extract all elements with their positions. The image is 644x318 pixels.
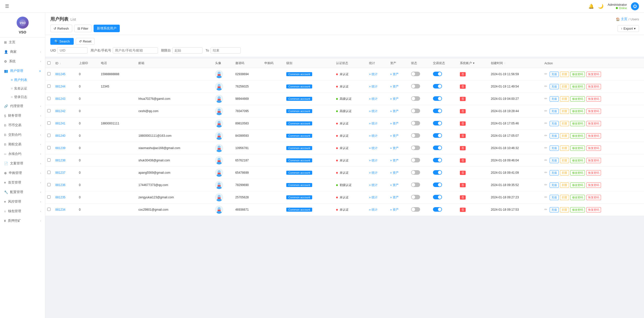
refresh-button[interactable]: ↺ Refresh <box>50 25 72 32</box>
trade-toggle-7[interactable] <box>433 158 442 162</box>
power-button[interactable]: ⏻ <box>631 2 639 10</box>
cell-stats[interactable]: » 统计 <box>367 142 388 154</box>
th-system-account[interactable]: 系统账户 ▾ <box>458 59 489 68</box>
cell-stats[interactable]: » 统计 <box>367 105 388 117</box>
edit-icon-9[interactable]: ✏ <box>544 183 547 187</box>
restore-pw-btn-11[interactable]: 恢复密码 <box>586 207 601 212</box>
charge-btn-2[interactable]: 充值 <box>550 96 559 102</box>
cell-assets[interactable]: » 资产 <box>388 117 409 130</box>
state-toggle-4[interactable] <box>411 121 420 125</box>
silence-btn-5[interactable]: 归置 <box>560 133 569 139</box>
cell-stats[interactable]: » 统计 <box>367 68 388 80</box>
state-toggle-7[interactable] <box>411 158 420 162</box>
charge-btn-11[interactable]: 充值 <box>550 207 559 212</box>
silence-btn-4[interactable]: 归置 <box>560 121 569 126</box>
change-pw-btn-3[interactable]: 修改密码 <box>570 109 585 114</box>
row-checkbox-9[interactable] <box>47 183 51 186</box>
silence-btn-11[interactable]: 归置 <box>560 207 569 212</box>
cell-stats[interactable]: » 统计 <box>367 80 388 93</box>
sidebar-item-homepage[interactable]: ≡ 首页管理 › <box>0 178 45 187</box>
sidebar-item-futures[interactable]: B 期权交易 › <box>0 140 45 149</box>
state-toggle-5[interactable] <box>411 133 420 138</box>
state-toggle-3[interactable] <box>411 109 420 113</box>
edit-icon-4[interactable]: ✏ <box>544 121 547 125</box>
change-pw-btn-0[interactable]: 修改密码 <box>570 72 585 77</box>
end-date-input[interactable] <box>211 47 241 54</box>
cell-state[interactable] <box>409 68 431 80</box>
state-toggle-2[interactable] <box>411 96 420 101</box>
cell-state[interactable] <box>409 105 431 117</box>
cell-trade-state[interactable] <box>431 179 458 191</box>
change-pw-btn-6[interactable]: 修改密码 <box>570 146 585 151</box>
cell-assets[interactable]: » 资产 <box>388 68 409 80</box>
trade-toggle-2[interactable] <box>433 96 442 101</box>
cell-assets[interactable]: » 资产 <box>388 191 409 204</box>
charge-btn-5[interactable]: 充值 <box>550 133 559 139</box>
state-toggle-0[interactable] <box>411 72 420 76</box>
cell-trade-state[interactable] <box>431 204 458 216</box>
trade-toggle-1[interactable] <box>433 84 442 88</box>
cell-state[interactable] <box>409 142 431 154</box>
silence-btn-6[interactable]: 归置 <box>560 146 569 151</box>
restore-pw-btn-9[interactable]: 恢复密码 <box>586 183 601 188</box>
sidebar-item-mining[interactable]: ¥ 质押挖矿 › <box>0 216 45 225</box>
row-checkbox-8[interactable] <box>47 171 51 174</box>
cell-state[interactable] <box>409 117 431 130</box>
restore-pw-btn-1[interactable]: 恢复密码 <box>586 84 601 89</box>
cell-stats[interactable]: » 统计 <box>367 179 388 191</box>
charge-btn-10[interactable]: 充值 <box>550 195 559 200</box>
state-toggle-1[interactable] <box>411 84 420 88</box>
export-button[interactable]: ↑ Export ▾ <box>618 25 639 32</box>
trade-toggle-11[interactable] <box>433 207 442 212</box>
silence-btn-9[interactable]: 归置 <box>560 183 569 188</box>
sidebar-item-login-log[interactable]: 登录日志 <box>7 93 45 101</box>
sidebar-item-perpetual[interactable]: ∞ 永续合约 › <box>0 149 45 159</box>
state-toggle-11[interactable] <box>411 207 420 212</box>
th-id[interactable]: ID ↕ <box>53 59 77 68</box>
hamburger-icon[interactable]: ☰ <box>5 4 9 9</box>
trade-toggle-6[interactable] <box>433 146 442 150</box>
charge-btn-0[interactable]: 充值 <box>550 72 559 77</box>
charge-btn-7[interactable]: 充值 <box>550 158 559 163</box>
charge-btn-4[interactable]: 充值 <box>550 121 559 126</box>
cell-stats[interactable]: » 统计 <box>367 191 388 204</box>
row-checkbox-1[interactable] <box>47 84 51 88</box>
sidebar-item-merchant[interactable]: 👤 商家 › <box>0 47 45 57</box>
change-pw-btn-1[interactable]: 修改密码 <box>570 84 585 89</box>
cell-trade-state[interactable] <box>431 154 458 167</box>
charge-btn-1[interactable]: 充值 <box>550 84 559 89</box>
sidebar-item-user-list[interactable]: 用户列表 <box>7 76 45 84</box>
change-pw-btn-5[interactable]: 修改密码 <box>570 133 585 139</box>
cell-trade-state[interactable] <box>431 93 458 105</box>
reset-button[interactable]: ↺ Reset <box>76 38 95 45</box>
cell-stats[interactable]: » 统计 <box>367 204 388 216</box>
sidebar-item-real-name[interactable]: 实名认证 <box>7 84 45 93</box>
cell-assets[interactable]: » 资产 <box>388 80 409 93</box>
sidebar-item-contract[interactable]: B 交割合约 › <box>0 130 45 140</box>
edit-icon-11[interactable]: ✏ <box>544 207 547 211</box>
cell-state[interactable] <box>409 179 431 191</box>
restore-pw-btn-8[interactable]: 恢复密码 <box>586 170 601 175</box>
cell-trade-state[interactable] <box>431 117 458 130</box>
restore-pw-btn-7[interactable]: 恢复密码 <box>586 158 601 163</box>
sidebar-item-user-mgmt[interactable]: 👥 用户管理 ∨ <box>0 66 45 76</box>
edit-icon-8[interactable]: ✏ <box>544 170 547 174</box>
cell-stats[interactable]: » 统计 <box>367 154 388 167</box>
silence-btn-0[interactable]: 归置 <box>560 72 569 77</box>
change-pw-btn-8[interactable]: 修改密码 <box>570 170 585 175</box>
sidebar-item-agent-mgmt[interactable]: 🔗 代理管理 › <box>0 101 45 111</box>
sidebar-item-config[interactable]: 🔧 配置管理 › <box>0 187 45 197</box>
row-checkbox-3[interactable] <box>47 109 51 112</box>
silence-btn-2[interactable]: 归置 <box>560 96 569 102</box>
start-date-input[interactable] <box>172 47 203 54</box>
sidebar-item-coin-trade[interactable]: B 币币交易 › <box>0 120 45 130</box>
charge-btn-9[interactable]: 充值 <box>550 183 559 188</box>
cell-stats[interactable]: » 统计 <box>367 117 388 130</box>
sidebar-item-system[interactable]: ⚙ 系统 › <box>0 57 45 66</box>
bell-icon[interactable]: 🔔 <box>588 4 594 9</box>
change-pw-btn-2[interactable]: 修改密码 <box>570 96 585 102</box>
cell-state[interactable] <box>409 191 431 204</box>
sidebar-item-wallet[interactable]: ○ 钱包管理 › <box>0 206 45 216</box>
edit-icon-6[interactable]: ✏ <box>544 146 547 150</box>
sidebar-item-content[interactable]: 📄 文案管理 › <box>0 159 45 168</box>
